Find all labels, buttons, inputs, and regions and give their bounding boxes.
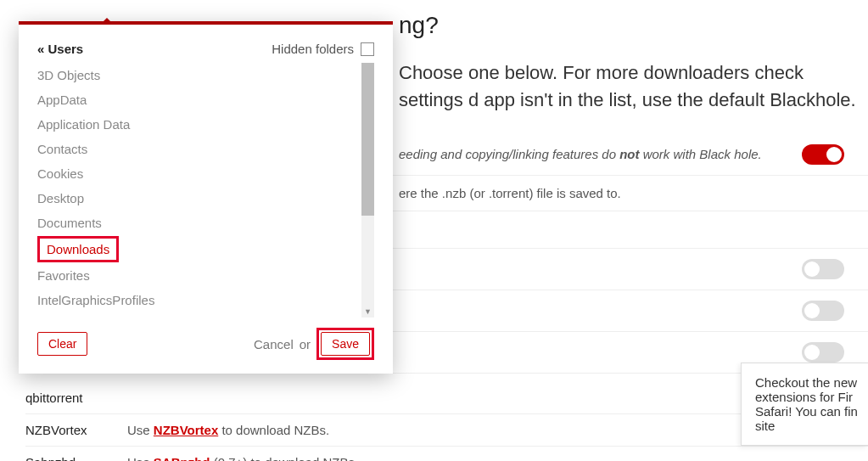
blackhole-note-suffix: work with Black hole. [640,147,762,161]
downloader-desc-suffix: (0.7+) to download NZBs. [210,455,359,461]
folder-item[interactable]: AppData [37,87,356,112]
folder-item[interactable]: IntelGraphicsProfiles [37,288,356,312]
hidden-folders-label: Hidden folders [272,42,354,56]
scrollbar-thumb[interactable] [361,63,374,216]
blackhole-help: ere the .nzb (or .torrent) file is saved… [399,186,621,200]
downloader-toggle[interactable] [802,342,844,363]
downloader-link[interactable]: NZBVortex [154,423,218,437]
save-highlight: Save [316,328,374,360]
page-description: Choose one below. For more downloaders c… [399,59,868,114]
picker-breadcrumb[interactable]: « Users [37,42,83,56]
page-title-fragment: ng? [399,12,868,39]
downloader-desc-suffix: to download NZBs. [218,423,329,437]
downloader-link[interactable]: SABnzbd [154,455,210,461]
hidden-folders-checkbox[interactable] [361,42,374,56]
blackhole-note-prefix: eeding and copying/linking features do [399,147,619,161]
downloader-desc-prefix: Use [127,423,154,437]
clear-button[interactable]: Clear [37,332,87,356]
downloader-name: NZBVortex [25,423,127,437]
folder-item[interactable]: Contacts [37,137,356,161]
list-item: Sabnzbd Use SABnzbd (0.7+) to download N… [25,447,868,461]
folder-item[interactable]: 3D Objects [37,63,356,87]
save-button[interactable]: Save [321,332,370,356]
scroll-down-icon[interactable]: ▼ [364,307,372,316]
downloader-desc-prefix: Use [127,455,154,461]
or-text: or [300,337,311,351]
downloader-toggle[interactable] [802,259,844,279]
downloader-name: qbittorrent [25,391,127,405]
downloader-toggle[interactable] [802,301,844,321]
cancel-button[interactable]: Cancel [254,337,294,351]
folder-item[interactable]: Desktop [37,186,356,211]
blackhole-note-bold: not [619,147,639,161]
notification-text: Checkout the new extensions for Fir Safa… [755,375,858,433]
notification-toast[interactable]: Checkout the new extensions for Fir Safa… [741,363,868,446]
folder-item[interactable]: Documents [37,211,356,235]
downloader-name: Sabnzbd [25,455,127,461]
folder-item[interactable]: Favorites [37,263,356,288]
blackhole-toggle[interactable] [802,144,844,165]
folder-item[interactable]: Downloads [37,236,119,262]
folder-item[interactable]: Application Data [37,112,356,137]
folder-scrollbar[interactable]: ▼ [361,63,374,318]
folder-list: 3D ObjectsAppDataApplication DataContact… [37,63,356,318]
folder-item[interactable]: Cookies [37,161,356,186]
folder-picker-dialog: « Users Hidden folders 3D ObjectsAppData… [19,21,393,374]
